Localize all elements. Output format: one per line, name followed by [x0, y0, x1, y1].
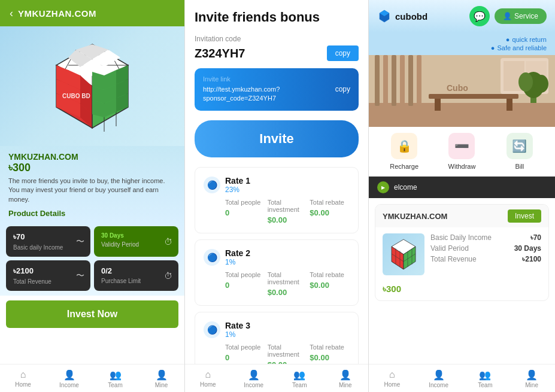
nav-team[interactable]: 👥 Team: [92, 367, 138, 391]
rate-2-card: 🔵 Rate 2 1% Total people 0 Total investm…: [195, 239, 359, 306]
dot-icon: ●: [506, 36, 510, 43]
p2-income-icon: 👤: [248, 369, 260, 381]
cubobd-logo[interactable]: cubobd: [377, 9, 427, 23]
p2-nav-home[interactable]: ⌂ Home: [185, 367, 231, 391]
quick-return-link[interactable]: ● quick return: [506, 36, 547, 43]
rate-2-icon: 🔵: [204, 249, 220, 266]
rate-1-card: 🔵 Rate 1 23% Total people 0 Total invest…: [195, 167, 359, 233]
rate-3-people-label: Total people: [225, 344, 265, 351]
product-card-body: Basic Daily Income ৳70 Valid Period 30 D…: [375, 227, 548, 281]
rate-1-investment-col: Total investment $0.00: [268, 199, 308, 224]
clock2-icon: ⏱: [164, 271, 172, 281]
dot2-icon: ●: [491, 44, 495, 51]
rate-3-rebate-label: Total rebate: [310, 344, 350, 351]
p2-nav-mine[interactable]: 👤 Mine: [323, 367, 369, 391]
panel2-nav: ⌂ Home 👤 Income 👥 Team 👤 Mine: [185, 364, 368, 392]
nav-mine[interactable]: 👤 Mine: [138, 367, 184, 391]
back-button[interactable]: ‹: [10, 7, 13, 20]
svg-rect-52: [507, 99, 512, 111]
service-button[interactable]: 👤 Service: [495, 8, 547, 24]
panel-product-detail: ‹ YMKUZHAN.COM: [0, 0, 184, 392]
validity-label: Validity Period: [101, 241, 171, 248]
invest-now-button[interactable]: Invest Now: [6, 300, 178, 328]
recharge-button[interactable]: 🔒 Recharge: [377, 133, 431, 170]
rate-3-rebate-val: $0.00: [310, 353, 350, 362]
svg-rect-45: [383, 55, 388, 106]
p2-nav-team[interactable]: 👥 Team: [277, 367, 323, 391]
p3-nav-home[interactable]: ⌂ Home: [369, 367, 416, 391]
basic-income-row: Basic Daily Income ৳70: [430, 233, 541, 242]
basic-income-card: ৳70 Basic daily Income 〜: [6, 226, 90, 257]
invitation-code-row: Z324YH7 copy: [195, 45, 359, 61]
nav-income[interactable]: 👤 Income: [46, 367, 92, 391]
withdraw-button[interactable]: ➖ Withdraw: [435, 133, 489, 170]
invite-link-label: Invite link: [203, 75, 335, 83]
rate-3-info: Rate 3 1%: [225, 321, 250, 339]
rate-1-investment-val: $0.00: [268, 215, 308, 224]
rate-1-name: Rate 1: [225, 176, 250, 186]
p3-nav-mine[interactable]: 👤 Mine: [508, 367, 555, 391]
p2-team-icon: 👥: [293, 369, 305, 381]
svg-rect-43: [369, 103, 555, 127]
bill-button[interactable]: 🔄 Bill: [493, 133, 547, 170]
rate-1-people-val: 0: [225, 208, 265, 217]
site-name: YMKUZHAN.COM: [8, 152, 176, 162]
nav-team-label: Team: [108, 382, 122, 388]
product-invest-button[interactable]: Invest: [508, 209, 541, 223]
rate-1-people-col: Total people 0: [225, 199, 265, 224]
p2-home-icon: ⌂: [205, 369, 211, 380]
total-revenue-detail-label: Total Revenue: [430, 255, 477, 263]
valid-period-label: Valid Period: [430, 244, 469, 253]
total-revenue-row: Total Revenue ৳2100: [430, 255, 541, 263]
basic-income-detail-label: Basic Daily Income: [430, 233, 492, 242]
valid-period-value: 30 Days: [514, 244, 541, 253]
play-icon: ▶: [377, 181, 389, 193]
safe-reliable-link[interactable]: ● Safe and reliable: [491, 44, 547, 51]
team-icon: 👥: [110, 369, 122, 381]
svg-rect-46: [392, 55, 396, 106]
service-label: Service: [514, 12, 538, 20]
svg-rect-51: [435, 99, 441, 111]
welcome-text: elcome: [394, 183, 417, 192]
p3-team-icon: 👥: [479, 369, 491, 381]
invite-button[interactable]: Invite: [195, 120, 359, 157]
nav-home[interactable]: ⌂ Home: [0, 367, 46, 391]
p3-nav-income-label: Income: [429, 382, 448, 388]
rate-2-rebate-col: Total rebate $0.00: [310, 271, 350, 297]
p3-nav-team[interactable]: 👥 Team: [462, 367, 509, 391]
product-price: ৳300: [375, 281, 548, 300]
svg-text:CUBO BD: CUBO BD: [62, 93, 90, 99]
bill-icon: 🔄: [507, 133, 533, 159]
quick-return-text: quick return: [512, 36, 547, 43]
p3-mine-icon: 👤: [526, 369, 538, 381]
nav-mine-label: Mine: [155, 382, 168, 388]
basic-income-value: ৳70: [13, 232, 83, 242]
rate-1-people-label: Total people: [225, 199, 265, 206]
copy-link-button[interactable]: copy: [335, 85, 350, 93]
purchase-limit-card: 0/2 Purchase Limit ⏱: [94, 260, 178, 291]
rate-2-investment-label: Total investment: [268, 271, 308, 285]
panel1-nav: ⌂ Home 👤 Income 👥 Team 👤 Mine: [0, 364, 184, 392]
rate-3-pct: 1%: [225, 330, 250, 339]
copy-code-button[interactable]: copy: [327, 45, 359, 61]
invite-title: Invite friends bonus: [195, 10, 359, 25]
panel-home: cubobd 💬 👤 Service ● quick return ● Safe…: [369, 0, 555, 392]
p3-nav-income[interactable]: 👤 Income: [416, 367, 462, 391]
panel3-nav: ⌂ Home 👤 Income 👥 Team 👤 Mine: [369, 364, 555, 392]
product-cards: ৳70 Basic daily Income 〜 30 Days Validit…: [0, 226, 184, 296]
svg-rect-44: [375, 55, 380, 106]
rate-3-investment-label: Total investment: [268, 344, 308, 358]
whatsapp-button[interactable]: 💬: [469, 6, 490, 26]
clock-icon: ⏱: [164, 237, 172, 247]
office-bg: Cubo: [369, 55, 555, 127]
purchase-limit-value: 0/2: [101, 266, 171, 275]
invite-link-url: http://test.ymkuzhan.com?sponsor_code=Z3…: [203, 85, 335, 104]
validity-card: 30 Days Validity Period ⏱: [94, 226, 178, 257]
basic-income-label: Basic daily Income: [13, 244, 83, 251]
mini-cube-icon: [386, 236, 421, 272]
rate-2-investment-val: $0.00: [268, 288, 308, 297]
p2-nav-income-label: Income: [244, 382, 263, 388]
p2-nav-income[interactable]: 👤 Income: [231, 367, 277, 391]
rate-3-header: 🔵 Rate 3 1%: [204, 321, 350, 339]
svg-rect-47: [400, 55, 405, 106]
